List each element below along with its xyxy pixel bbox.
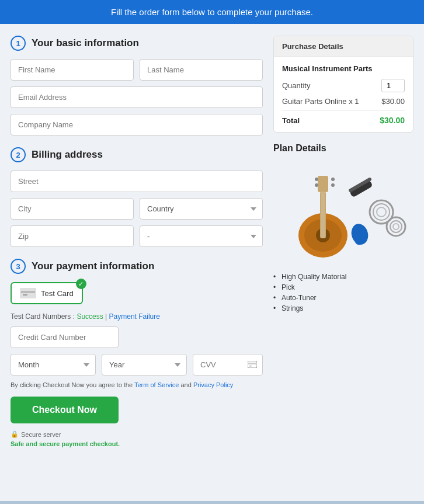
name-row xyxy=(11,59,263,81)
lock-icon: 🔒 xyxy=(11,430,19,438)
svg-point-24 xyxy=(377,207,386,217)
city-country-row: Country xyxy=(11,198,263,220)
privacy-policy-link[interactable]: Privacy Policy xyxy=(193,381,233,388)
purchase-details-header: Purchase Details xyxy=(274,36,413,57)
svg-rect-10 xyxy=(318,176,328,192)
svg-point-11 xyxy=(315,178,318,181)
step2-circle: 2 xyxy=(11,147,26,162)
email-input[interactable] xyxy=(11,86,263,108)
total-row: Total $30.00 xyxy=(282,110,405,125)
section-basic-info: 1 Your basic information xyxy=(11,36,263,135)
zip-state-row: - xyxy=(11,225,263,247)
card-label: Test Card xyxy=(41,289,74,298)
card-check-icon: ✓ xyxy=(76,279,86,289)
quantity-input[interactable] xyxy=(381,79,405,92)
safe-before: Safe and xyxy=(11,440,37,447)
section-billing: 2 Billing address Country - xyxy=(11,147,263,247)
section1-header: 1 Your basic information xyxy=(11,36,263,51)
guitar-svg xyxy=(273,159,413,265)
checkout-button[interactable]: Checkout Now xyxy=(11,397,119,423)
total-amount: $30.00 xyxy=(380,116,405,125)
state-select[interactable]: - xyxy=(140,225,263,247)
safe-after: checkout. xyxy=(90,440,120,447)
safe-highlight: secure payment xyxy=(39,440,88,447)
svg-point-25 xyxy=(387,217,405,236)
expiry-cvv-row: Month Year xyxy=(11,354,263,376)
test-card-info: Test Card Numbers : Success | Payment Fa… xyxy=(11,312,263,321)
plan-details-section: Plan Details xyxy=(273,143,413,312)
section2-title: Billing address xyxy=(32,149,103,161)
safe-checkout-text: Safe and secure payment checkout. xyxy=(11,440,263,447)
cc-number-row xyxy=(11,326,263,348)
top-banner: Fill the order form below to complete yo… xyxy=(0,0,424,24)
feature-item: Strings xyxy=(273,304,413,312)
svg-point-23 xyxy=(373,204,390,220)
svg-point-26 xyxy=(390,221,402,232)
feature-item: High Quality Matorial xyxy=(273,273,413,281)
item-price: $30.00 xyxy=(381,97,405,106)
year-select[interactable]: Year xyxy=(102,354,187,376)
svg-rect-4 xyxy=(248,363,257,364)
success-link[interactable]: Success xyxy=(77,312,103,321)
quantity-label: Quantity xyxy=(282,81,310,90)
company-row xyxy=(11,114,263,135)
last-name-input[interactable] xyxy=(140,59,263,81)
card-icon xyxy=(20,288,36,298)
terms-of-service-link[interactable]: Term of Service xyxy=(134,381,179,388)
feature-item: Auto-Tuner xyxy=(273,294,413,302)
svg-rect-2 xyxy=(23,294,27,296)
svg-point-13 xyxy=(331,178,335,181)
svg-point-27 xyxy=(393,224,399,230)
purchase-details-body: Musical Instrument Parts Quantity Guitar… xyxy=(274,57,413,132)
svg-point-12 xyxy=(315,183,318,187)
product-title: Musical Instrument Parts xyxy=(282,64,405,73)
quantity-row: Quantity xyxy=(282,79,405,92)
total-label: Total xyxy=(282,116,300,125)
plan-details-title: Plan Details xyxy=(273,143,413,154)
left-panel: 1 Your basic information xyxy=(11,36,273,489)
section3-title: Your payment information xyxy=(32,260,154,272)
test-card-label: Test Card Numbers : xyxy=(11,312,75,321)
company-input[interactable] xyxy=(11,114,263,135)
street-input[interactable] xyxy=(11,171,263,192)
credit-card-input[interactable] xyxy=(11,326,119,348)
card-option-test[interactable]: Test Card ✓ xyxy=(11,282,83,304)
cvv-card-icon xyxy=(248,360,257,370)
svg-rect-1 xyxy=(21,291,35,293)
section3-header: 3 Your payment information xyxy=(11,259,263,274)
item-label: Guitar Parts Online x 1 xyxy=(282,97,359,106)
plan-features-list: High Quality Matorial Pick Auto-Tuner St… xyxy=(273,273,413,312)
purchase-details-box: Purchase Details Musical Instrument Part… xyxy=(273,36,413,133)
terms-before: By clicking Checkout Now you agree to th… xyxy=(11,381,133,388)
email-row xyxy=(11,86,263,108)
section1-title: Your basic information xyxy=(32,37,139,49)
terms-text: By clicking Checkout Now you agree to th… xyxy=(11,381,263,388)
banner-text: Fill the order form below to complete yo… xyxy=(111,7,313,17)
payment-failure-link[interactable]: Payment Failure xyxy=(109,312,160,321)
zip-input[interactable] xyxy=(11,225,134,247)
terms-and: and xyxy=(180,381,191,388)
month-select[interactable]: Month xyxy=(11,354,96,376)
svg-point-14 xyxy=(331,183,335,187)
secure-server-text: 🔒 Secure server xyxy=(11,430,263,438)
step3-circle: 3 xyxy=(11,259,26,274)
item-price-row: Guitar Parts Online x 1 $30.00 xyxy=(282,97,405,106)
section2-header: 2 Billing address xyxy=(11,147,263,162)
section-payment: 3 Your payment information Test Card ✓ xyxy=(11,259,263,447)
cvv-wrapper xyxy=(193,354,263,376)
pipe-separator: | xyxy=(105,312,107,321)
right-panel: Purchase Details Musical Instrument Part… xyxy=(273,36,413,489)
street-row xyxy=(11,171,263,192)
country-select[interactable]: Country xyxy=(140,198,263,220)
city-input[interactable] xyxy=(11,198,134,220)
guitar-image-area xyxy=(273,159,413,265)
step1-circle: 1 xyxy=(11,36,26,51)
svg-rect-5 xyxy=(249,366,252,367)
feature-item: Pick xyxy=(273,283,413,291)
first-name-input[interactable] xyxy=(11,59,134,81)
